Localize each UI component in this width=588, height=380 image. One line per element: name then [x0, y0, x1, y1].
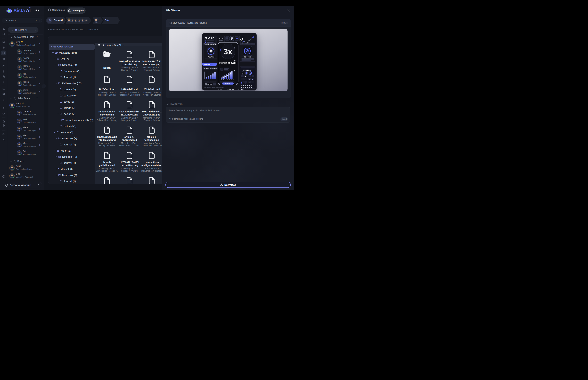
svg-text:0 8 3 0 1 6: 0 8 3 0 1 6: [205, 79, 209, 80]
svg-text:3x: 3x: [224, 47, 232, 56]
svg-text:FEATLIR OR JUERET: FEATLIR OR JUERET: [204, 68, 217, 69]
svg-text:FEATURREEAT: FEATURREEAT: [204, 64, 213, 65]
svg-text:S4.'' BEAS: S4.'' BEAS: [238, 89, 245, 91]
svg-text:▽ ◉ ≡: ▽ ◉ ≡: [218, 89, 222, 91]
svg-text:MESOURRE: MESOURRE: [244, 56, 251, 58]
svg-text:1 3 4 6 3 2 6: 1 3 4 6 3 2 6: [221, 79, 235, 80]
svg-text:POTUPE: POTUPE: [226, 83, 230, 84]
svg-text:Hoigne: Hoigne: [219, 39, 223, 41]
svg-text:FEATURE: FEATURE: [205, 37, 214, 39]
svg-text:FASTER GROWTH: FASTER GROWTH: [219, 62, 236, 64]
svg-text:BETUE: BETUE: [219, 38, 224, 39]
svg-text:SUPPEBIRS:: SUPPEBIRS:: [243, 69, 251, 71]
svg-text:LON AKRBI HhDSY: LON AKRBI HhDSY: [241, 43, 254, 44]
svg-text:FASTER GROWTH: FASTER GROWTH: [204, 43, 216, 45]
svg-text:FRATURE: FRATURE: [208, 56, 214, 58]
svg-text:o GBravrom oma leva bizmjuama: o GBravrom oma leva bizmjuama feat anew …: [204, 87, 224, 88]
svg-text:FEARE: FEARE: [208, 83, 212, 85]
svg-text:12006 :67: 12006 :67: [228, 89, 234, 91]
